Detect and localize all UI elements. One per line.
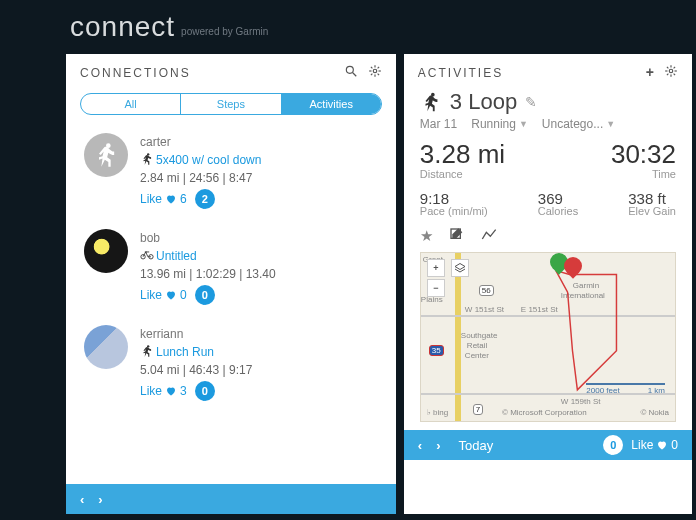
activities-title: ACTIVITIES (418, 66, 503, 80)
svg-line-9 (371, 74, 372, 75)
end-pin-icon (564, 257, 582, 275)
chart-icon[interactable] (481, 227, 497, 246)
svg-line-7 (371, 67, 372, 68)
activity-link[interactable]: Untitled (140, 247, 382, 265)
activity-name: 3 Loop (450, 89, 517, 115)
like-button[interactable]: Like 6 (140, 190, 187, 208)
map-layers-icon[interactable] (451, 259, 469, 277)
avatar[interactable] (84, 133, 128, 177)
search-icon[interactable] (344, 64, 358, 81)
connections-tabs: All Steps Activities (80, 93, 382, 115)
svg-line-1 (353, 73, 357, 77)
connections-feed: carter 5x400 w/ cool down 2.84 mi | 24:5… (66, 125, 396, 484)
connections-panel: CONNECTIONS All Steps Activities (66, 54, 396, 514)
activity-map[interactable]: Great Plains W 151st St E 151st St Garmi… (420, 252, 676, 422)
like-button[interactable]: Like 0 (631, 438, 678, 452)
comment-bubble[interactable]: 0 (195, 285, 215, 305)
gear-icon[interactable] (664, 64, 678, 81)
svg-line-10 (377, 67, 378, 68)
stat-time: 30:32 (611, 139, 676, 170)
tab-all[interactable]: All (81, 94, 181, 114)
svg-line-23 (667, 74, 668, 75)
next-icon[interactable]: › (436, 438, 440, 453)
like-button[interactable]: Like 3 (140, 382, 187, 400)
connections-footer: ‹ › (66, 484, 396, 514)
activity-link[interactable]: Lunch Run (140, 343, 382, 361)
svg-line-22 (674, 74, 675, 75)
feed-username[interactable]: carter (140, 133, 382, 151)
zoom-in-button[interactable]: + (427, 259, 445, 277)
activities-footer: ‹ › Today 0 Like 0 (404, 430, 692, 460)
comment-bubble[interactable]: 0 (603, 435, 623, 455)
today-button[interactable]: Today (459, 438, 494, 453)
comment-bubble[interactable]: 0 (195, 381, 215, 401)
next-icon[interactable]: › (98, 492, 102, 507)
zoom-out-button[interactable]: − (427, 279, 445, 297)
tab-activities[interactable]: Activities (282, 94, 381, 114)
activities-panel: ACTIVITIES + 3 Loop ✎ Mar 11 Running▼ Un… (404, 54, 692, 514)
svg-line-21 (667, 67, 668, 68)
activity-type-icon (420, 91, 442, 113)
activity-meta: 2.84 mi | 24:56 | 8:47 (140, 169, 382, 187)
svg-marker-27 (455, 264, 465, 270)
feed-item: carter 5x400 w/ cool down 2.84 mi | 24:5… (84, 125, 382, 221)
avatar[interactable] (84, 325, 128, 369)
activity-meta: 5.04 mi | 46:43 | 9:17 (140, 361, 382, 379)
feed-username[interactable]: kerriann (140, 325, 382, 343)
gear-icon[interactable] (368, 64, 382, 81)
activity-date: Mar 11 (420, 117, 457, 131)
avatar[interactable] (84, 229, 128, 273)
favorite-icon[interactable]: ★ (420, 227, 433, 246)
stat-distance: 3.28 mi (420, 139, 505, 170)
prev-icon[interactable]: ‹ (418, 438, 422, 453)
svg-point-2 (373, 69, 377, 73)
tab-steps[interactable]: Steps (181, 94, 281, 114)
activity-meta: 13.96 mi | 1:02:29 | 13.40 (140, 265, 382, 283)
comment-bubble[interactable]: 2 (195, 189, 215, 209)
feed-item: kerriann Lunch Run 5.04 mi | 46:43 | 9:1… (84, 317, 382, 413)
edit-details-icon[interactable] (449, 227, 465, 246)
app-header: connect powered by Garmin (0, 0, 696, 54)
powered-label: powered by Garmin (181, 26, 268, 37)
svg-point-0 (346, 66, 353, 73)
like-button[interactable]: Like 0 (140, 286, 187, 304)
map-scale: 2000 feet1 km (586, 383, 665, 395)
activity-link[interactable]: 5x400 w/ cool down (140, 151, 382, 169)
activity-type-select[interactable]: Running▼ (471, 117, 528, 131)
svg-line-8 (377, 74, 378, 75)
activity-category-select[interactable]: Uncatego...▼ (542, 117, 615, 131)
app-logo: connect (70, 11, 175, 43)
edit-icon[interactable]: ✎ (525, 94, 537, 110)
prev-icon[interactable]: ‹ (80, 492, 84, 507)
connections-title: CONNECTIONS (80, 66, 191, 80)
svg-point-16 (669, 69, 673, 73)
feed-username[interactable]: bob (140, 229, 382, 247)
feed-item: bob Untitled 13.96 mi | 1:02:29 | 13.40 … (84, 221, 382, 317)
svg-line-24 (674, 67, 675, 68)
add-icon[interactable]: + (646, 64, 654, 81)
